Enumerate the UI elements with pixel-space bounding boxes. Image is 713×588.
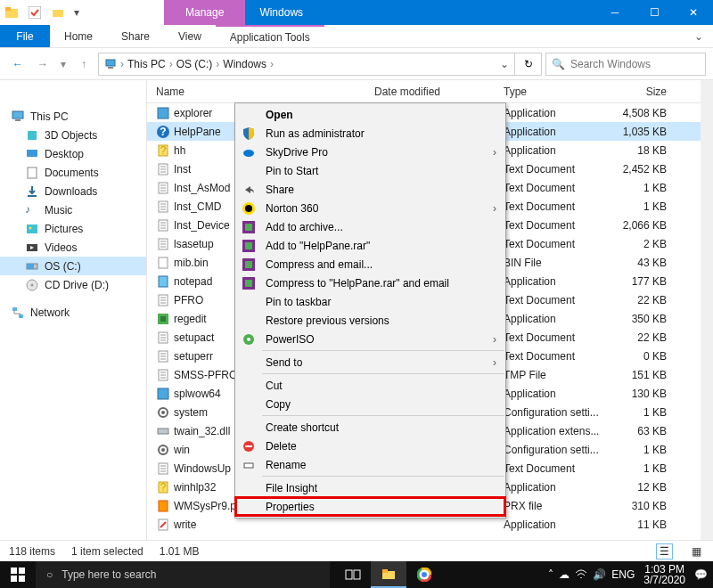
qa-dropdown-icon[interactable]: ▾	[71, 3, 82, 22]
tray-volume-icon[interactable]: 🔊	[593, 568, 606, 581]
cloud-icon	[241, 144, 257, 160]
status-item-count: 118 items	[9, 545, 55, 558]
ctx-send-to[interactable]: Send to›	[235, 353, 505, 372]
ribbon-tab-application-tools[interactable]: Application Tools	[216, 25, 324, 47]
ctx-compress-helppane-email[interactable]: Compress to "HelpPane.rar" and email	[235, 274, 505, 292]
qa-check-icon[interactable]	[25, 3, 45, 22]
minimize-button[interactable]: ─	[595, 0, 635, 25]
ctx-skydrive-pro[interactable]: SkyDrive Pro›	[235, 143, 505, 161]
navigation-pane: This PC 3D Objects Desktop Documents Dow…	[0, 80, 147, 561]
title-bar: ▾ Manage Windows ─ ☐ ✕	[0, 0, 713, 25]
sidebar-item-music[interactable]: ♪Music	[0, 200, 146, 219]
taskbar-chrome-icon[interactable]	[406, 561, 442, 588]
tray-onedrive-icon[interactable]: ☁	[559, 568, 570, 581]
address-bar[interactable]: › This PC› OS (C:)› Windows› ⌄	[98, 53, 515, 76]
task-view-icon[interactable]	[335, 561, 371, 588]
winrar-icon	[241, 257, 257, 273]
svg-point-72	[161, 448, 165, 452]
svg-point-109	[422, 572, 427, 577]
ctx-add-to-helppane-rar[interactable]: Add to "HelpPane.rar"	[235, 236, 505, 255]
status-bar: 118 items 1 item selected 1.01 MB ☰ ▦	[0, 540, 713, 561]
column-name[interactable]: Name	[147, 86, 374, 98]
taskbar-search[interactable]: ○Type here to search	[36, 561, 330, 588]
breadcrumb-thispc[interactable]: This PC	[127, 58, 166, 70]
separator	[262, 476, 504, 477]
up-button[interactable]: ↑	[73, 53, 94, 75]
svg-rect-100	[19, 576, 25, 582]
tray-wifi-icon[interactable]	[575, 569, 587, 580]
ctx-open[interactable]: Open	[235, 105, 505, 124]
ctx-pin-to-taskbar[interactable]: Pin to taskbar	[235, 292, 505, 311]
qa-folder-icon[interactable]	[48, 3, 68, 22]
tray-clock[interactable]: 1:03 PM3/7/2020	[640, 564, 689, 585]
chevron-right-icon: ›	[493, 202, 496, 215]
sidebar-item-osc[interactable]: OS (C:)	[0, 257, 146, 275]
ctx-pin-to-start[interactable]: Pin to Start	[235, 161, 505, 180]
system-tray: ˄ ☁ 🔊 ENG 1:03 PM3/7/2020 💬	[548, 561, 713, 588]
breadcrumb-osc[interactable]: OS (C:)	[176, 58, 213, 70]
ctx-file-insight[interactable]: File Insight	[235, 478, 505, 497]
svg-rect-98	[19, 568, 25, 574]
breadcrumb-windows[interactable]: Windows	[223, 58, 266, 70]
ctx-create-shortcut[interactable]: Create shortcut	[235, 418, 505, 437]
column-type[interactable]: Type	[504, 86, 609, 98]
svg-rect-101	[346, 570, 352, 579]
forward-button[interactable]: →	[32, 53, 53, 75]
ribbon-expand-icon[interactable]: ⌄	[684, 25, 713, 47]
tray-notifications-icon[interactable]: 💬	[694, 568, 708, 581]
sidebar-item-documents[interactable]: Documents	[0, 163, 146, 182]
ribbon-tab-home[interactable]: Home	[50, 25, 107, 47]
sidebar-item-cddrive[interactable]: CD Drive (D:)	[0, 275, 146, 294]
start-button[interactable]	[0, 561, 36, 588]
ctx-norton-360[interactable]: Norton 360›	[235, 199, 505, 217]
search-placeholder: Search Windows	[570, 58, 651, 70]
ctx-add-to-archive[interactable]: Add to archive...	[235, 217, 505, 236]
sidebar-item-3d-objects[interactable]: 3D Objects	[0, 126, 146, 144]
ctx-delete[interactable]: Delete	[235, 437, 505, 455]
tray-language[interactable]: ENG	[611, 568, 635, 581]
search-icon: ○	[46, 568, 53, 581]
svg-rect-6	[12, 111, 23, 118]
ctx-run-as-admin[interactable]: Run as administrator	[235, 124, 505, 143]
contextual-tab-manage[interactable]: Manage	[164, 0, 245, 25]
chevron-right-icon: ›	[493, 333, 496, 346]
sidebar-item-videos[interactable]: Videos	[0, 238, 146, 257]
view-details-icon[interactable]: ☰	[656, 543, 673, 559]
svg-point-81	[243, 150, 254, 157]
address-dropdown-icon[interactable]: ⌄	[500, 58, 509, 70]
ctx-cut[interactable]: Cut	[235, 376, 505, 395]
maximize-button[interactable]: ☐	[635, 0, 674, 25]
taskbar-explorer-icon[interactable]	[371, 561, 406, 588]
ribbon-tab-share[interactable]: Share	[107, 25, 164, 47]
svg-rect-11	[28, 195, 37, 197]
sidebar-item-network[interactable]: Network	[0, 303, 146, 322]
ctx-poweriso[interactable]: PowerISO›	[235, 330, 505, 348]
norton-icon	[241, 200, 257, 216]
ctx-copy[interactable]: Copy	[235, 395, 505, 413]
scrollbar[interactable]	[701, 80, 713, 561]
column-date[interactable]: Date modified	[374, 86, 504, 98]
ctx-share[interactable]: Share	[235, 180, 505, 199]
sidebar-item-desktop[interactable]: Desktop	[0, 144, 146, 163]
ctx-rename[interactable]: Rename	[235, 455, 505, 474]
search-box[interactable]: 🔍 Search Windows	[545, 53, 706, 76]
refresh-button[interactable]: ↻	[515, 53, 542, 76]
close-button[interactable]: ✕	[674, 0, 713, 25]
chevron-right-icon: ›	[493, 356, 496, 369]
ribbon-tab-file[interactable]: File	[0, 25, 50, 47]
ctx-compress-email[interactable]: Compress and email...	[235, 255, 505, 274]
sidebar-item-thispc[interactable]: This PC	[0, 107, 146, 126]
svg-text:?: ?	[160, 481, 167, 494]
view-large-icons-icon[interactable]: ▦	[689, 544, 704, 559]
ctx-properties[interactable]: Properties	[235, 497, 505, 516]
ribbon-tab-view[interactable]: View	[164, 25, 216, 47]
ctx-restore-versions[interactable]: Restore previous versions	[235, 311, 505, 330]
sidebar-item-pictures[interactable]: Pictures	[0, 219, 146, 238]
back-button[interactable]: ←	[7, 53, 29, 75]
svg-rect-104	[382, 569, 388, 573]
sidebar-item-downloads[interactable]: Downloads	[0, 182, 146, 200]
recent-dropdown[interactable]: ▾	[57, 53, 70, 75]
svg-rect-4	[106, 60, 115, 66]
column-size[interactable]: Size	[609, 86, 680, 98]
tray-expand-icon[interactable]: ˄	[548, 568, 553, 581]
